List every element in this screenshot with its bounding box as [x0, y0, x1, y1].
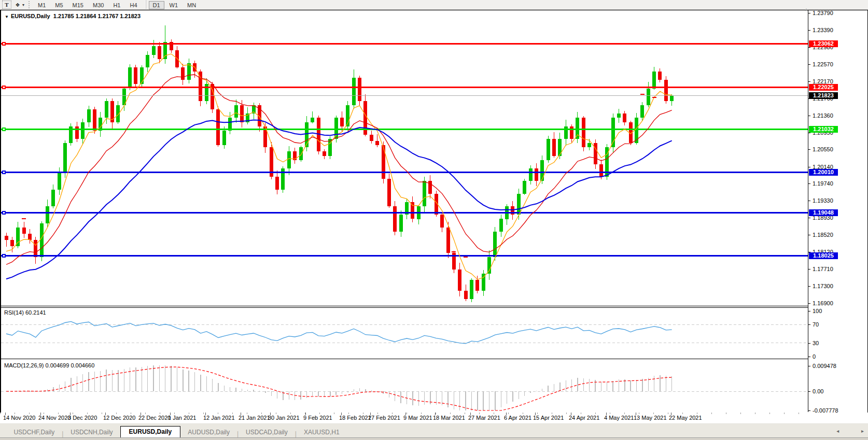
price-level-badge[interactable]: 1.23062 [809, 40, 838, 47]
timeframe-button-mn[interactable]: MN [183, 1, 200, 9]
price-chart-plot[interactable] [1, 10, 808, 306]
timeframe-button-m15[interactable]: M15 [68, 1, 88, 9]
price-tick-mark [808, 30, 810, 31]
time-minor-tick [769, 413, 770, 414]
timeframe-button-h1[interactable]: H1 [109, 1, 124, 9]
time-minor-tick [726, 413, 726, 414]
candle-body [423, 181, 426, 206]
candle-body [146, 55, 149, 67]
chart-tab-usdcad[interactable]: USDCAD,Daily [239, 427, 295, 438]
current-price-badge: 1.21823 [809, 92, 838, 99]
time-minor-tick [407, 413, 407, 414]
tab-scroll-right-icon[interactable]: ▸ [861, 428, 864, 434]
timeframe-button-m5[interactable]: M5 [51, 1, 67, 9]
date-label: 4 May 2021 [604, 415, 634, 421]
price-level-badge[interactable]: 1.22025 [809, 84, 838, 91]
tab-scroll-left-icon[interactable]: ◂ [836, 428, 839, 434]
chart-tab-eurusd[interactable]: EURUSD,Daily [120, 426, 181, 438]
timeframe-button-m30[interactable]: M30 [89, 1, 108, 9]
timeframe-button-h4[interactable]: H4 [125, 1, 141, 9]
candle-body [87, 109, 91, 122]
symbol-dropdown-icon[interactable]: ▼ [5, 15, 9, 19]
arrows-tool-button[interactable]: ❖ [13, 1, 22, 8]
chart-toolbar: T ❖ ▾ M1M5M15M30H1H4D1W1MN [0, 0, 868, 10]
price-level-badge[interactable]: 1.18025 [809, 252, 838, 259]
candle-body [46, 206, 49, 223]
time-minor-tick [363, 413, 363, 414]
candle-body [287, 151, 291, 168]
time-minor-tick [421, 413, 422, 414]
time-minor-tick [58, 413, 59, 414]
rsi-tick-mark [808, 311, 810, 311]
candle-body [493, 232, 497, 257]
text-tool-button[interactable]: T [2, 1, 11, 9]
time-minor-tick [131, 413, 131, 414]
date-label: 22 May 2021 [669, 415, 702, 421]
candle-body [640, 105, 644, 118]
chart-ohlc-quotes: 1.21785 1.21864 1.21767 1.21823 [53, 13, 141, 19]
time-minor-tick [537, 413, 538, 414]
date-label: 12 Dec 2020 [103, 415, 135, 421]
date-label: 18 Mar 2021 [433, 415, 465, 421]
time-minor-tick [174, 413, 175, 414]
chart-tab-xauusd[interactable]: XAUUSD,H1 [297, 427, 347, 438]
timeframe-button-m1[interactable]: M1 [34, 1, 50, 9]
candle-body [399, 215, 403, 232]
time-minor-tick [711, 413, 712, 414]
chart-tab-usdcnh[interactable]: USDCNH,Daily [63, 427, 120, 438]
time-minor-tick [377, 413, 378, 414]
candle-body [10, 240, 14, 246]
time-scale-axis[interactable]: 14 Nov 202024 Nov 20203 Dec 202012 Dec 2… [0, 413, 868, 423]
chart-tab-bar: USDCHF,Daily|USDCNH,DailyEURUSD,DailyAUD… [0, 423, 868, 438]
candle-body [440, 215, 444, 227]
time-minor-tick [0, 413, 1, 414]
arrows-dropdown-icon[interactable]: ▾ [22, 3, 24, 7]
time-minor-tick [247, 413, 247, 414]
date-label: 9 Mar 2021 [403, 415, 432, 421]
candle-body [393, 206, 397, 232]
macd-tick-label: 0.009478 [813, 363, 836, 369]
rsi-tick-label: 70 [813, 321, 819, 328]
candle-body [547, 139, 550, 160]
price-tick-label: 1.21360 [813, 112, 833, 119]
time-minor-tick [15, 413, 15, 414]
chart-tab-audusd[interactable]: AUDUSD,Daily [180, 427, 237, 438]
chart-title: ▼EURUSD,Daily 1.21785 1.21864 1.21767 1.… [5, 13, 141, 19]
chart-window[interactable]: ▼EURUSD,Daily 1.21785 1.21864 1.21767 1.… [0, 10, 868, 414]
time-minor-tick [581, 413, 581, 414]
candle-body [599, 164, 603, 177]
chart-tab-usdchf[interactable]: USDCHF,Daily [6, 427, 62, 438]
macd-indicator-plot[interactable] [1, 360, 808, 411]
time-minor-tick [116, 413, 117, 414]
timeframe-button-d1[interactable]: D1 [149, 1, 164, 9]
time-minor-tick [610, 413, 610, 414]
price-tick-label: 1.19330 [813, 197, 833, 204]
price-scale-axis[interactable]: 1.237901.233901.229801.225701.221701.217… [808, 10, 867, 412]
time-minor-tick [160, 413, 160, 414]
candle-body [635, 118, 638, 143]
price-level-badge[interactable]: 1.19048 [809, 209, 838, 216]
price-level-badge[interactable]: 1.21032 [809, 126, 838, 133]
scale-arrow-icon: ▲ [804, 7, 808, 12]
time-minor-tick [203, 413, 204, 414]
candle-body [623, 113, 626, 122]
time-minor-tick [44, 413, 44, 414]
time-minor-tick [189, 413, 189, 414]
price-tick-mark [808, 235, 810, 235]
macd-indicator-label: MACD(12,26,9) 0.004699 0.004660 [4, 362, 94, 368]
candle-body [128, 67, 132, 89]
timeframe-button-w1[interactable]: W1 [165, 1, 183, 9]
time-minor-tick [261, 413, 262, 414]
time-minor-tick [552, 413, 552, 414]
date-label: 30 Jan 2021 [268, 415, 300, 421]
date-label: 24 Nov 2020 [38, 415, 71, 421]
time-minor-tick [523, 413, 523, 414]
price-level-badge[interactable]: 1.20010 [809, 169, 838, 176]
rsi-indicator-plot[interactable] [1, 308, 808, 359]
macd-tick-mark [808, 391, 810, 392]
date-label: 13 May 2021 [634, 415, 667, 421]
price-tick-label: 1.23790 [813, 10, 833, 16]
candle-body [375, 141, 379, 145]
rsi-indicator-label: RSI(14) 60.2141 [4, 309, 46, 316]
candle-body [116, 105, 120, 122]
